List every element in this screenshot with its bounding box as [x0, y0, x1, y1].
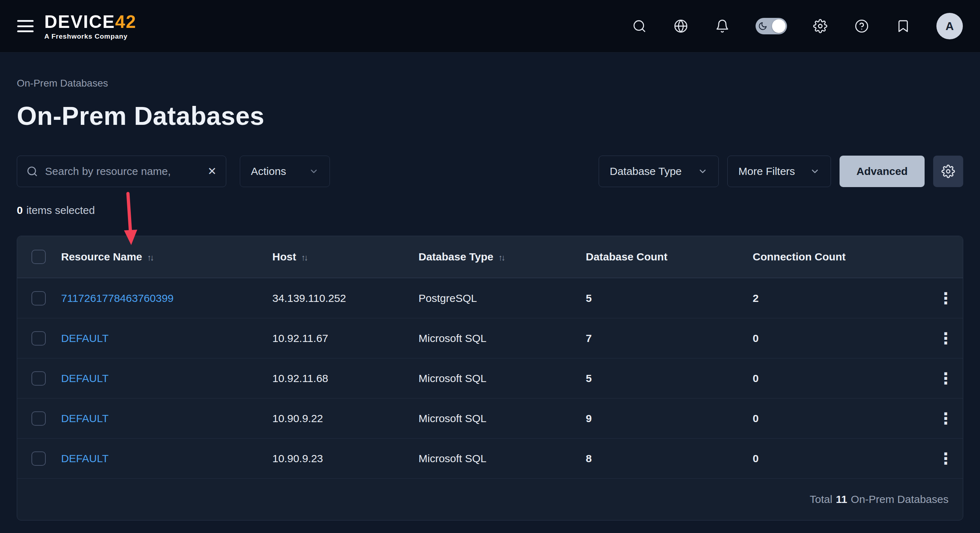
row-checkbox[interactable]: [32, 412, 46, 426]
dark-mode-toggle[interactable]: [756, 18, 787, 34]
hamburger-menu-icon[interactable]: [17, 20, 33, 32]
chevron-down-icon: [698, 166, 708, 176]
total-count: 11: [836, 493, 847, 506]
chevron-down-icon: [810, 166, 820, 176]
toolbar: ✕ Actions Database Type More Filters Adv…: [17, 156, 963, 187]
globe-icon[interactable]: [673, 18, 689, 34]
page-title: On-Prem Databases: [17, 101, 963, 131]
database-type-filter-label: Database Type: [610, 165, 682, 177]
help-icon[interactable]: [853, 18, 870, 34]
column-header-database-count: Database Count: [586, 251, 753, 263]
moon-icon: [758, 21, 767, 31]
selected-count: 0: [17, 204, 23, 216]
resource-name-link[interactable]: 7117261778463760399: [61, 292, 272, 305]
select-all-checkbox[interactable]: [32, 250, 46, 264]
row-checkbox[interactable]: [32, 291, 46, 305]
top-navbar: DEVICE42 A Freshworks Company A: [0, 0, 980, 53]
more-filters-label: More Filters: [738, 165, 795, 177]
advanced-button[interactable]: Advanced: [840, 156, 924, 187]
device42-logo[interactable]: DEVICE42 A Freshworks Company: [44, 13, 137, 40]
row-checkbox[interactable]: [32, 371, 46, 386]
selected-label: items selected: [27, 204, 95, 216]
search-input[interactable]: [45, 165, 200, 177]
avatar-initial: A: [945, 20, 953, 33]
clear-search-icon[interactable]: ✕: [208, 166, 216, 177]
page-content: On-Prem Databases On-Prem Databases ✕ Ac…: [0, 53, 980, 520]
table-header-row: Resource Name↑↓ Host↑↓ Database Type↑↓ D…: [17, 236, 963, 278]
database-count-cell: 5: [586, 292, 753, 305]
database-type-cell: Microsoft SQL: [418, 453, 586, 465]
logo-tagline: A Freshworks Company: [44, 33, 137, 40]
connection-count-cell: 0: [753, 332, 929, 345]
sort-icon[interactable]: ↑↓: [147, 252, 153, 262]
sort-icon[interactable]: ↑↓: [499, 252, 504, 262]
logo-brand-accent: 42: [115, 12, 137, 32]
notifications-bell-icon[interactable]: [714, 18, 730, 34]
connection-count-cell: 2: [753, 292, 929, 305]
toggle-knob: [772, 19, 786, 33]
total-suffix: On-Prem Databases: [851, 493, 948, 506]
database-type-cell: Microsoft SQL: [418, 372, 586, 385]
row-actions-kebab-icon[interactable]: ⋮: [933, 330, 959, 346]
connection-count-cell: 0: [753, 453, 929, 465]
database-type-cell: Microsoft SQL: [418, 332, 586, 345]
host-cell: 10.90.9.23: [272, 453, 418, 465]
chevron-down-icon: [309, 166, 319, 176]
row-actions-kebab-icon[interactable]: ⋮: [933, 290, 959, 306]
gear-icon: [942, 164, 955, 178]
database-type-cell: Microsoft SQL: [418, 412, 586, 424]
search-input-icon: [27, 166, 38, 177]
row-checkbox[interactable]: [32, 331, 46, 346]
logo-brand-text: DEVICE: [44, 12, 115, 32]
resource-name-link[interactable]: DEFAULT: [61, 412, 272, 424]
database-count-cell: 8: [586, 453, 753, 465]
table-settings-button[interactable]: [933, 156, 963, 187]
settings-gear-icon[interactable]: [812, 18, 829, 34]
column-header-connection-count: Connection Count: [753, 251, 929, 263]
actions-dropdown[interactable]: Actions: [240, 156, 330, 187]
database-count-cell: 5: [586, 372, 753, 385]
selection-status: 0items selected: [17, 204, 963, 216]
table-row: DEFAULT 10.92.11.68 Microsoft SQL 5 0 ⋮: [17, 358, 963, 398]
breadcrumb[interactable]: On-Prem Databases: [17, 78, 108, 89]
resource-name-link[interactable]: DEFAULT: [61, 453, 272, 465]
table-footer: Total 11 On-Prem Databases: [17, 478, 963, 520]
table-row: DEFAULT 10.90.9.23 Microsoft SQL 8 0 ⋮: [17, 438, 963, 478]
navbar-actions: A: [631, 13, 963, 39]
host-cell: 10.92.11.68: [272, 372, 418, 385]
resource-name-link[interactable]: DEFAULT: [61, 372, 272, 385]
host-cell: 34.139.110.252: [272, 292, 418, 305]
user-avatar[interactable]: A: [936, 13, 963, 39]
table-row: 7117261778463760399 34.139.110.252 Postg…: [17, 278, 963, 318]
table-row: DEFAULT 10.90.9.22 Microsoft SQL 9 0 ⋮: [17, 398, 963, 438]
column-header-database-type[interactable]: Database Type↑↓: [418, 251, 586, 263]
database-count-cell: 7: [586, 332, 753, 345]
search-box: ✕: [17, 156, 226, 187]
row-checkbox[interactable]: [32, 452, 46, 466]
search-icon[interactable]: [631, 18, 648, 34]
databases-table: Resource Name↑↓ Host↑↓ Database Type↑↓ D…: [17, 236, 963, 520]
row-actions-kebab-icon[interactable]: ⋮: [933, 370, 959, 386]
row-actions-kebab-icon[interactable]: ⋮: [933, 411, 959, 426]
sort-icon[interactable]: ↑↓: [301, 252, 307, 262]
column-header-resource-name[interactable]: Resource Name↑↓: [61, 251, 272, 263]
table-row: DEFAULT 10.92.11.67 Microsoft SQL 7 0 ⋮: [17, 318, 963, 358]
row-actions-kebab-icon[interactable]: ⋮: [933, 451, 959, 466]
connection-count-cell: 0: [753, 372, 929, 385]
host-cell: 10.92.11.67: [272, 332, 418, 345]
column-header-host[interactable]: Host↑↓: [272, 251, 418, 263]
total-label: Total: [810, 493, 832, 506]
database-type-cell: PostgreSQL: [418, 292, 586, 305]
connection-count-cell: 0: [753, 412, 929, 424]
actions-dropdown-label: Actions: [251, 165, 286, 177]
resource-name-link[interactable]: DEFAULT: [61, 332, 272, 345]
database-count-cell: 9: [586, 412, 753, 424]
host-cell: 10.90.9.22: [272, 412, 418, 424]
database-type-filter-dropdown[interactable]: Database Type: [599, 156, 719, 187]
more-filters-dropdown[interactable]: More Filters: [727, 156, 831, 187]
bookmark-icon[interactable]: [895, 18, 912, 34]
